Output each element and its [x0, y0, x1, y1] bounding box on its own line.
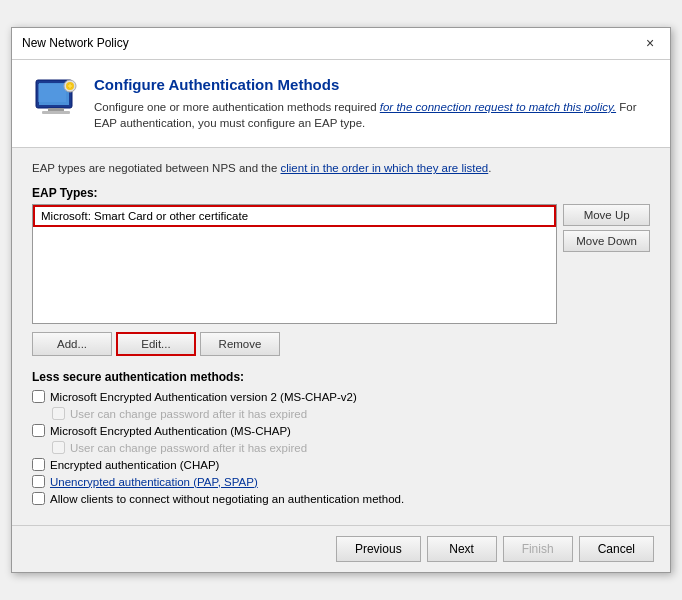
finish-button[interactable]: Finish — [503, 536, 573, 562]
checkbox-ms-chap-v2-label: Microsoft Encrypted Authentication versi… — [50, 391, 357, 403]
checkbox-ms-chap: Microsoft Encrypted Authentication (MS-C… — [32, 424, 650, 437]
add-button[interactable]: Add... — [32, 332, 112, 356]
eap-list-container: Microsoft: Smart Card or other certifica… — [32, 204, 650, 324]
edit-button[interactable]: Edit... — [116, 332, 196, 356]
checkbox-chap-input[interactable] — [32, 458, 45, 471]
svg-rect-4 — [42, 111, 70, 114]
checkbox-ms-chap-label: Microsoft Encrypted Authentication (MS-C… — [50, 425, 291, 437]
dialog-window: New Network Policy × Configure Authentic… — [11, 27, 671, 573]
checkbox-no-auth-input[interactable] — [32, 492, 45, 505]
move-down-button[interactable]: Move Down — [563, 230, 650, 252]
checkbox-ms-chap-v2-input[interactable] — [32, 390, 45, 403]
checkbox-ms-chap-v2-sub-label: User can change password after it has ex… — [70, 408, 307, 420]
action-buttons: Add... Edit... Remove — [32, 332, 650, 356]
eap-list-move-buttons: Move Up Move Down — [563, 204, 650, 324]
checkbox-no-auth-label: Allow clients to connect without negotia… — [50, 493, 404, 505]
header-text: Configure Authentication Methods Configu… — [94, 76, 650, 131]
checkbox-no-auth: Allow clients to connect without negotia… — [32, 492, 650, 505]
eap-types-label: EAP Types: — [32, 186, 650, 200]
eap-info-text: EAP types are negotiated between NPS and… — [32, 160, 650, 176]
eap-types-list: Microsoft: Smart Card or other certifica… — [32, 204, 557, 324]
svg-point-8 — [68, 84, 72, 88]
checkbox-ms-chap-sub-label: User can change password after it has ex… — [70, 442, 307, 454]
checkbox-ms-chap-v2-sub-input[interactable] — [52, 407, 65, 420]
less-secure-label: Less secure authentication methods: — [32, 370, 650, 384]
previous-button[interactable]: Previous — [336, 536, 421, 562]
checkbox-ms-chap-v2: Microsoft Encrypted Authentication versi… — [32, 390, 650, 403]
checkbox-ms-chap-sub-input[interactable] — [52, 441, 65, 454]
move-up-button[interactable]: Move Up — [563, 204, 650, 226]
checkbox-chap-label: Encrypted authentication (CHAP) — [50, 459, 219, 471]
checkbox-pap: Unencrypted authentication (PAP, SPAP) — [32, 475, 650, 488]
title-bar: New Network Policy × — [12, 28, 670, 60]
checkbox-ms-chap-input[interactable] — [32, 424, 45, 437]
header-section: Configure Authentication Methods Configu… — [12, 60, 670, 148]
close-button[interactable]: × — [640, 33, 660, 53]
checkbox-pap-input[interactable] — [32, 475, 45, 488]
checkbox-ms-chap-v2-sub: User can change password after it has ex… — [52, 407, 650, 420]
dialog-title: New Network Policy — [22, 36, 129, 50]
svg-rect-3 — [48, 108, 64, 111]
content-area: EAP types are negotiated between NPS and… — [12, 148, 670, 525]
eap-link: client in the order in which they are li… — [281, 162, 489, 174]
svg-rect-2 — [38, 84, 66, 102]
remove-button[interactable]: Remove — [200, 332, 280, 356]
cancel-button[interactable]: Cancel — [579, 536, 654, 562]
footer: Previous Next Finish Cancel — [12, 525, 670, 572]
computer-icon — [32, 76, 80, 124]
header-title: Configure Authentication Methods — [94, 76, 650, 93]
checkbox-chap: Encrypted authentication (CHAP) — [32, 458, 650, 471]
header-description: Configure one or more authentication met… — [94, 99, 650, 131]
next-button[interactable]: Next — [427, 536, 497, 562]
checkbox-ms-chap-sub: User can change password after it has ex… — [52, 441, 650, 454]
eap-list-item[interactable]: Microsoft: Smart Card or other certifica… — [33, 205, 556, 227]
checkbox-pap-label: Unencrypted authentication (PAP, SPAP) — [50, 476, 258, 488]
